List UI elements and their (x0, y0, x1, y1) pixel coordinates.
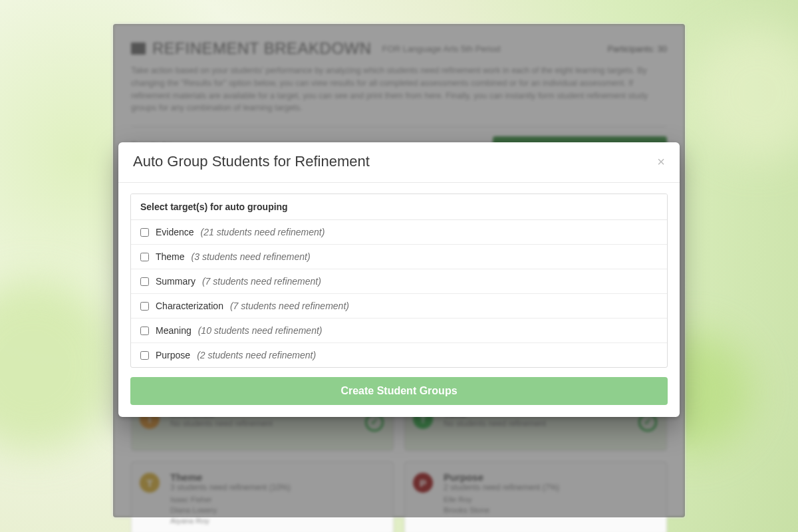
auto-group-modal: Auto Group Students for Refinement × Sel… (118, 142, 680, 417)
target-row-purpose[interactable]: Purpose (2 students need refinement) (131, 343, 667, 367)
target-row-evidence[interactable]: Evidence (21 students need refinement) (131, 220, 667, 245)
target-checkbox[interactable] (140, 277, 149, 286)
target-list: Select target(s) for auto grouping Evide… (130, 194, 668, 368)
target-checkbox[interactable] (140, 228, 149, 237)
bg-blob (0, 279, 120, 452)
target-name: Theme (156, 251, 185, 262)
target-checkbox[interactable] (140, 327, 149, 335)
target-checkbox[interactable] (140, 253, 149, 261)
target-note: (7 students need refinement) (202, 276, 321, 287)
target-name: Evidence (156, 227, 194, 237)
target-row-meaning[interactable]: Meaning (10 students need refinement) (131, 319, 667, 343)
target-note: (2 students need refinement) (197, 350, 316, 360)
target-note: (7 students need refinement) (230, 301, 349, 311)
target-name: Meaning (156, 325, 192, 336)
close-icon[interactable]: × (657, 155, 665, 168)
target-row-characterization[interactable]: Characterization (7 students need refine… (131, 294, 667, 319)
target-note: (21 students need refinement) (201, 227, 325, 237)
bg-blob (692, 27, 798, 160)
target-row-summary[interactable]: Summary (7 students need refinement) (131, 269, 667, 294)
modal-title: Auto Group Students for Refinement (133, 153, 370, 170)
target-note: (10 students need refinement) (198, 325, 323, 336)
target-name: Purpose (156, 350, 190, 360)
target-checkbox[interactable] (140, 351, 149, 360)
target-list-header: Select target(s) for auto grouping (131, 194, 667, 220)
target-note: (3 students need refinement) (192, 251, 311, 262)
target-row-theme[interactable]: Theme (3 students need refinement) (131, 245, 667, 269)
target-name: Summary (156, 276, 196, 287)
create-student-groups-button[interactable]: Create Student Groups (130, 377, 668, 405)
target-name: Characterization (156, 301, 223, 311)
target-checkbox[interactable] (140, 302, 149, 311)
